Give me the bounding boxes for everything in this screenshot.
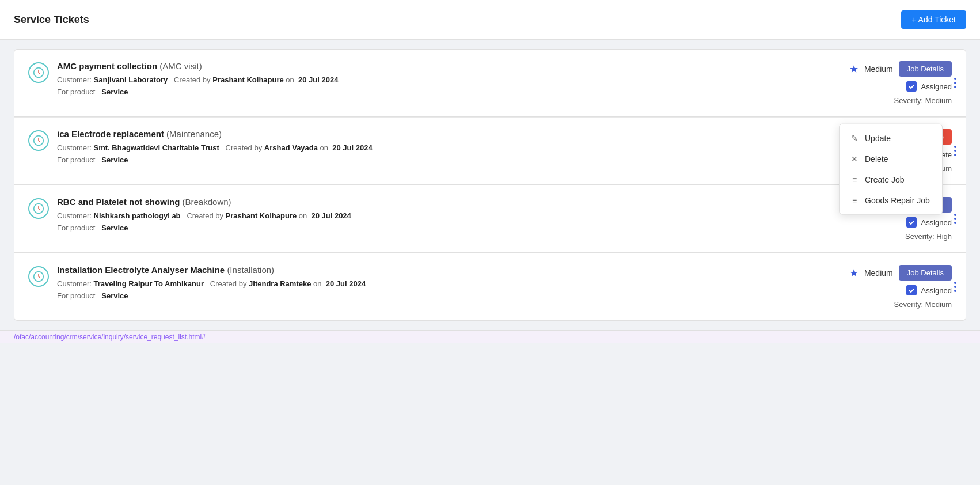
status-row: Assigned [906, 217, 952, 228]
priority-label: Medium [864, 268, 893, 278]
status-checkbox [906, 217, 917, 228]
ticket-product: For product Service [57, 291, 825, 300]
tickets-list: AMC payment collection (AMC visit) Custo… [0, 40, 980, 330]
three-dots-menu-button[interactable] [949, 211, 961, 226]
ticket-type: (Maintenance) [166, 129, 222, 139]
priority-row: ★ Medium Job Details [849, 61, 952, 77]
goods-repair-icon: ≡ [850, 196, 859, 205]
ticket-card: Installation Electrolyte Analyser Machin… [14, 253, 966, 321]
status-row: Assigned [906, 285, 952, 295]
ticket-info: ica Electrode replacement (Maintenance) … [57, 129, 825, 164]
dropdown-item-update[interactable]: ✎ Update [840, 128, 942, 149]
ticket-left: AMC payment collection (AMC visit) Custo… [28, 61, 825, 96]
dropdown-label-create-job: Create Job [865, 175, 904, 184]
ticket-meta: Customer: Smt. Bhagwatidevi Charitable T… [57, 143, 825, 152]
ticket-info: Installation Electrolyte Analyser Machin… [57, 265, 825, 300]
ticket-card: ica Electrode replacement (Maintenance) … [14, 117, 966, 185]
priority-label: Medium [864, 65, 893, 74]
ticket-title: ica Electrode replacement (Maintenance) [57, 129, 825, 139]
job-details-button[interactable]: Job Details [899, 265, 952, 281]
ticket-info: AMC payment collection (AMC visit) Custo… [57, 61, 825, 96]
ticket-product: For product Service [57, 223, 825, 232]
star-icon: ★ [849, 63, 859, 75]
ticket-meta: Customer: Traveling Raipur To Amhikanur … [57, 279, 825, 288]
ticket-left: ica Electrode replacement (Maintenance) … [28, 129, 825, 164]
create-job-icon: ≡ [850, 175, 859, 184]
severity-row: Severity: Medium [894, 300, 952, 309]
ticket-card: AMC payment collection (AMC visit) Custo… [14, 49, 966, 117]
ticket-right: ★ Medium Job Details Assigned Severity: … [825, 61, 952, 105]
priority-row: ★ Medium Job Details [849, 265, 952, 281]
three-dots-menu-button[interactable] [949, 279, 961, 294]
ticket-card: RBC and Platelet not showing (Breakdown)… [14, 185, 966, 253]
ticket-title: AMC payment collection (AMC visit) [57, 61, 825, 71]
ticket-right: ★ Medium Job Details Assigned Severity: … [825, 265, 952, 309]
dropdown-item-create-job[interactable]: ≡ Create Job [840, 169, 942, 190]
ticket-title: Installation Electrolyte Analyser Machin… [57, 265, 825, 275]
page-title: Service Tickets [14, 14, 89, 26]
dropdown-label-delete: Delete [865, 154, 888, 164]
ticket-type: (AMC visit) [159, 61, 202, 71]
status-row: Assigned [906, 81, 952, 92]
ticket-left: RBC and Platelet not showing (Breakdown)… [28, 197, 825, 232]
status-label: Assigned [921, 218, 952, 227]
ticket-left: Installation Electrolyte Analyser Machin… [28, 265, 825, 300]
status-checkbox [906, 81, 917, 92]
ticket-type: (Breakdown) [183, 197, 231, 207]
job-details-button[interactable]: Job Details [899, 61, 952, 77]
ticket-icon [28, 266, 49, 287]
ticket-meta: Customer: Nishkarsh pathologyl ab Create… [57, 211, 825, 220]
ticket-title: RBC and Platelet not showing (Breakdown) [57, 197, 825, 207]
ticket-info: RBC and Platelet not showing (Breakdown)… [57, 197, 825, 232]
dropdown-label-goods-repair: Goods Repair Job [865, 196, 930, 205]
page-header: Service Tickets + Add Ticket [0, 0, 980, 40]
dropdown-label-update: Update [865, 134, 891, 143]
url-display: /ofac/accounting/crm/service/inquiry/ser… [14, 333, 206, 341]
delete-icon: ✕ [850, 154, 859, 164]
ticket-icon [28, 198, 49, 219]
edit-icon: ✎ [850, 134, 859, 143]
three-dots-menu-button[interactable] [949, 143, 961, 158]
ticket-icon [28, 62, 49, 83]
dropdown-menu: ✎ Update ✕ Delete ≡ Create Job ≡ Goods R… [839, 124, 943, 215]
status-label: Assigned [921, 286, 952, 295]
bottom-bar: /ofac/accounting/crm/service/inquiry/ser… [0, 330, 980, 343]
three-dots-menu-button[interactable] [949, 75, 961, 90]
add-ticket-button[interactable]: + Add Ticket [901, 10, 966, 29]
ticket-icon [28, 130, 49, 151]
status-label: Assigned [921, 82, 952, 91]
ticket-meta: Customer: Sanjivani Laboratory Created b… [57, 75, 825, 84]
star-icon: ★ [849, 267, 859, 279]
dropdown-item-delete[interactable]: ✕ Delete [840, 149, 942, 169]
ticket-product: For product Service [57, 156, 825, 164]
severity-row: Severity: High [905, 232, 952, 241]
severity-row: Severity: Medium [894, 96, 952, 105]
status-checkbox [906, 285, 917, 295]
ticket-type: (Installation) [227, 265, 274, 275]
dropdown-item-goods-repair[interactable]: ≡ Goods Repair Job [840, 190, 942, 211]
ticket-product: For product Service [57, 88, 825, 96]
